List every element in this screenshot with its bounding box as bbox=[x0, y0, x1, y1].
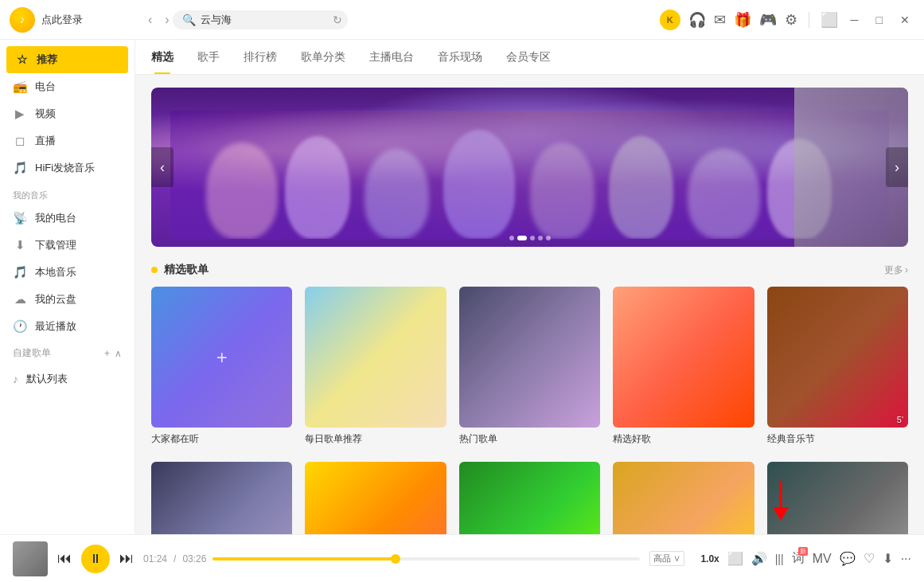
playlist-card-1[interactable]: + 大家都在听 bbox=[151, 287, 292, 446]
refresh-icon[interactable]: ↻ bbox=[333, 14, 342, 26]
playlist-name-5: 经典音乐节 bbox=[767, 432, 908, 446]
sidebar-item-radio[interactable]: 📻 电台 bbox=[0, 73, 135, 100]
progress-track[interactable] bbox=[212, 557, 640, 561]
sidebar-item-default-playlist[interactable]: ♪ 默认列表 bbox=[0, 366, 135, 392]
sidebar-label-live: 直播 bbox=[35, 134, 56, 148]
next-button[interactable]: ⏭ bbox=[119, 550, 134, 567]
sidebar-item-video[interactable]: ▶ 视频 bbox=[0, 100, 135, 127]
tab-categories[interactable]: 歌单分类 bbox=[301, 41, 345, 74]
screen-icon[interactable]: ⬜ bbox=[821, 11, 838, 29]
hifi-icon: 🎵 bbox=[13, 161, 27, 175]
playlist-thumb-6 bbox=[151, 462, 292, 534]
banner-slide-main bbox=[151, 88, 908, 247]
tab-artists[interactable]: 歌手 bbox=[197, 41, 220, 74]
settings-icon[interactable]: ⚙ bbox=[785, 11, 797, 29]
vip-badge[interactable]: K bbox=[660, 10, 680, 30]
playlist-thumb-7 bbox=[305, 462, 446, 534]
chevron-right-icon: › bbox=[905, 264, 908, 275]
tab-charts[interactable]: 排行榜 bbox=[244, 41, 277, 74]
sidebar-item-recommend[interactable]: ☆ 推荐 bbox=[6, 46, 128, 73]
gamepad-icon[interactable]: 🎮 bbox=[759, 11, 777, 29]
volume-button[interactable]: 🔊 bbox=[751, 551, 767, 566]
banner-dot-4[interactable] bbox=[538, 236, 543, 240]
recent-icon: 🕐 bbox=[13, 319, 27, 334]
player-thumbnail[interactable] bbox=[13, 541, 48, 576]
banner-dot-2[interactable] bbox=[517, 236, 527, 240]
video-icon: ▶ bbox=[13, 107, 27, 121]
sidebar-label-cloud: 我的云盘 bbox=[35, 292, 76, 307]
back-button[interactable]: ‹ bbox=[145, 10, 155, 30]
current-time: 01:24 bbox=[143, 553, 167, 564]
maximize-button[interactable]: □ bbox=[871, 12, 887, 28]
sidebar-label-video: 视频 bbox=[35, 107, 56, 121]
banner-next-button[interactable]: › bbox=[886, 147, 908, 187]
sidebar-item-hifi[interactable]: 🎵 HiFi发烧音乐 bbox=[0, 154, 135, 182]
play-pause-button[interactable]: ⏸ bbox=[81, 545, 110, 573]
minimize-button[interactable]: ─ bbox=[846, 12, 864, 28]
content-area: 精选 歌手 排行榜 歌单分类 主播电台 音乐现场 会员专区 bbox=[135, 40, 924, 534]
more-button[interactable]: ··· bbox=[901, 552, 911, 566]
avatar[interactable]: ♪ bbox=[10, 7, 35, 33]
login-button[interactable]: 点此登录 bbox=[41, 13, 83, 27]
tab-bar: 精选 歌手 排行榜 歌单分类 主播电台 音乐现场 会员专区 bbox=[135, 40, 924, 75]
mv-button[interactable]: MV bbox=[813, 552, 832, 566]
headphone-icon[interactable]: 🎧 bbox=[688, 11, 706, 29]
mail-icon[interactable]: ✉ bbox=[714, 11, 726, 29]
playlist-card-9[interactable]: 阳光午后 bbox=[613, 462, 754, 534]
new-badge: 新 bbox=[798, 547, 808, 556]
more-button-1[interactable]: 更多 › bbox=[884, 264, 908, 277]
section1-label: 精选歌单 bbox=[164, 263, 209, 277]
playlist-card-10[interactable]: 深夜歌单 bbox=[767, 462, 908, 534]
playlist-thumb-1: + bbox=[151, 287, 292, 428]
playlist-card-8[interactable]: 轻音乐 bbox=[459, 462, 600, 534]
speed-button[interactable]: 1.0x bbox=[700, 553, 719, 564]
lyrics-button[interactable]: 词 新 bbox=[792, 550, 805, 567]
banner-prev-button[interactable]: ‹ bbox=[151, 147, 173, 187]
playlist-card-5[interactable]: 5' 经典音乐节 bbox=[767, 287, 908, 446]
equalizer-button[interactable]: ||| bbox=[775, 552, 784, 566]
sidebar-label-radio: 电台 bbox=[35, 80, 56, 94]
sidebar-item-my-radio[interactable]: 📡 我的电台 bbox=[0, 205, 135, 232]
collapse-icon[interactable]: ∧ bbox=[115, 348, 122, 359]
playlist-thumb-9 bbox=[613, 462, 754, 534]
sidebar-item-cloud[interactable]: ☁ 我的云盘 bbox=[0, 286, 135, 313]
playlist-card-7[interactable]: 活力节拍 bbox=[305, 462, 446, 534]
sidebar-item-recent[interactable]: 🕐 最近播放 bbox=[0, 313, 135, 340]
tab-vip[interactable]: 会员专区 bbox=[506, 41, 551, 74]
gift-icon[interactable]: 🎁 bbox=[734, 11, 751, 29]
sidebar-label-my-radio: 我的电台 bbox=[35, 211, 76, 225]
titlebar-left: ♪ 点此登录 bbox=[10, 7, 145, 33]
sidebar-item-live[interactable]: ◻ 直播 bbox=[0, 127, 135, 154]
comment-button[interactable]: 💬 bbox=[840, 551, 856, 566]
search-input[interactable] bbox=[201, 14, 328, 25]
playlist-card-6[interactable]: 流行精选 bbox=[151, 462, 292, 534]
tab-anchor-radio[interactable]: 主播电台 bbox=[369, 41, 414, 74]
download-button[interactable]: ⬇ bbox=[883, 551, 893, 566]
playlist-card-4[interactable]: 精选好歌 bbox=[613, 287, 754, 446]
quality-badge[interactable]: 高品 ∨ bbox=[649, 551, 684, 566]
favorite-button[interactable]: ♡ bbox=[864, 551, 875, 566]
screen-cast-button[interactable]: ⬜ bbox=[727, 551, 743, 566]
tab-featured[interactable]: 精选 bbox=[151, 41, 173, 74]
banner-dot-5[interactable] bbox=[546, 236, 551, 240]
divider bbox=[809, 12, 809, 28]
playlist-card-3[interactable]: 热门歌单 bbox=[459, 287, 600, 446]
section-my-music: 我的音乐 bbox=[0, 182, 135, 205]
prev-button[interactable]: ⏮ bbox=[57, 550, 72, 567]
tab-live-music[interactable]: 音乐现场 bbox=[438, 41, 482, 74]
titlebar-right: K 🎧 ✉ 🎁 🎮 ⚙ ⬜ ─ □ ✕ bbox=[660, 10, 914, 30]
banner-dot-1[interactable] bbox=[509, 236, 514, 240]
playlist-thumb-2 bbox=[305, 287, 446, 428]
playlist-card-2[interactable]: 每日歌单推荐 bbox=[305, 287, 446, 446]
titlebar: ♪ 点此登录 ‹ › 🔍 ↻ K 🎧 ✉ 🎁 🎮 ⚙ ⬜ ─ □ ✕ bbox=[0, 0, 924, 40]
sidebar-label-recent: 最近播放 bbox=[35, 319, 76, 334]
local-music-icon: 🎵 bbox=[13, 265, 27, 279]
progress-thumb bbox=[391, 554, 400, 564]
banner-dot-3[interactable] bbox=[530, 236, 535, 240]
live-icon: ◻ bbox=[13, 134, 27, 148]
add-playlist-icon[interactable]: + bbox=[104, 348, 110, 359]
close-button[interactable]: ✕ bbox=[895, 12, 914, 28]
sidebar-item-downloads[interactable]: ⬇ 下载管理 bbox=[0, 232, 135, 259]
forward-button[interactable]: › bbox=[162, 10, 172, 30]
sidebar-item-local-music[interactable]: 🎵 本地音乐 bbox=[0, 259, 135, 286]
